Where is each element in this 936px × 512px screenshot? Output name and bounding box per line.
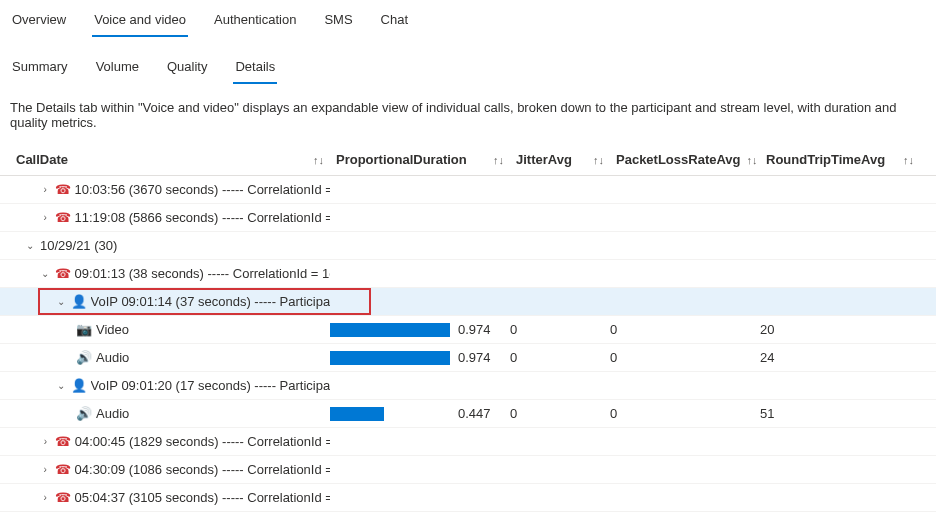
cell-value: 0.974 bbox=[458, 322, 491, 337]
chevron-down-icon[interactable]: ⌄ bbox=[56, 296, 67, 307]
table-row[interactable]: › ☎ 05:04:37 (3105 seconds) ----- Correl… bbox=[0, 484, 936, 512]
chevron-down-icon[interactable]: ⌄ bbox=[40, 268, 51, 279]
col-label: JitterAvg bbox=[516, 152, 572, 167]
duration-bar bbox=[330, 407, 450, 421]
tab-details[interactable]: Details bbox=[233, 53, 277, 84]
cell-value: 0 bbox=[610, 406, 760, 421]
phone-icon: ☎ bbox=[55, 462, 71, 477]
audio-icon: 🔊 bbox=[76, 350, 92, 365]
table-row[interactable]: 🔊 Audio 0.974 0 0 24 bbox=[0, 344, 936, 372]
row-label: 04:00:45 (1829 seconds) ----- Correlatio… bbox=[75, 434, 330, 449]
sort-icon[interactable]: ↑↓ bbox=[493, 154, 504, 166]
audio-icon: 🔊 bbox=[76, 406, 92, 421]
chevron-right-icon[interactable]: › bbox=[40, 492, 51, 503]
col-header-proportional-duration[interactable]: ProportionalDuration ↑↓ bbox=[330, 144, 510, 175]
col-header-packet-loss[interactable]: PacketLossRateAvg ↑↓ bbox=[610, 144, 760, 175]
phone-icon: ☎ bbox=[55, 434, 71, 449]
cell-value: 0 bbox=[510, 406, 610, 421]
row-label: 11:19:08 (5866 seconds) ----- Correlatio… bbox=[75, 210, 330, 225]
secondary-tabs: Summary Volume Quality Details bbox=[0, 37, 936, 84]
table-row[interactable]: › ☎ 04:00:45 (1829 seconds) ----- Correl… bbox=[0, 428, 936, 456]
tab-sms[interactable]: SMS bbox=[322, 6, 354, 37]
duration-bar bbox=[330, 351, 450, 365]
sort-icon[interactable]: ↑↓ bbox=[903, 154, 914, 166]
table-header: CallDate ↑↓ ProportionalDuration ↑↓ Jitt… bbox=[0, 144, 936, 176]
cell-value: 0 bbox=[510, 322, 610, 337]
phone-icon: ☎ bbox=[55, 182, 71, 197]
row-label: Video bbox=[96, 322, 129, 337]
cell-value: 0 bbox=[610, 350, 760, 365]
chevron-right-icon[interactable]: › bbox=[40, 436, 51, 447]
table-row[interactable]: ⌄ ☎ 09:01:13 (38 seconds) ----- Correlat… bbox=[0, 260, 936, 288]
chevron-down-icon[interactable]: ⌄ bbox=[56, 380, 67, 391]
person-icon: 👤 bbox=[71, 294, 87, 309]
col-label: PacketLossRateAvg bbox=[616, 152, 741, 167]
row-label: VoIP 09:01:20 (17 seconds) ----- Partici… bbox=[91, 378, 330, 393]
cell-value: 0 bbox=[610, 322, 760, 337]
table-row[interactable]: 📷 Video 0.974 0 0 20 bbox=[0, 316, 936, 344]
tab-volume[interactable]: Volume bbox=[94, 53, 141, 84]
cell-value: 20 bbox=[760, 322, 920, 337]
sort-icon[interactable]: ↑↓ bbox=[747, 154, 758, 166]
col-label: RoundTripTimeAvg bbox=[766, 152, 885, 167]
row-label: 04:30:09 (1086 seconds) ----- Correlatio… bbox=[75, 462, 330, 477]
tab-summary[interactable]: Summary bbox=[10, 53, 70, 84]
cell-value: 51 bbox=[760, 406, 920, 421]
description-text: The Details tab within "Voice and video"… bbox=[0, 84, 936, 144]
tab-quality[interactable]: Quality bbox=[165, 53, 209, 84]
table-row[interactable]: › ☎ 11:19:08 (5866 seconds) ----- Correl… bbox=[0, 204, 936, 232]
tab-overview[interactable]: Overview bbox=[10, 6, 68, 37]
row-label: 10:03:56 (3670 seconds) ----- Correlatio… bbox=[75, 182, 330, 197]
table-row[interactable]: › ☎ 10:03:56 (3670 seconds) ----- Correl… bbox=[0, 176, 936, 204]
sort-icon[interactable]: ↑↓ bbox=[593, 154, 604, 166]
col-header-jitter-avg[interactable]: JitterAvg ↑↓ bbox=[510, 144, 610, 175]
cell-value: 0 bbox=[510, 350, 610, 365]
cell-value: 24 bbox=[760, 350, 920, 365]
duration-bar bbox=[330, 323, 450, 337]
tab-authentication[interactable]: Authentication bbox=[212, 6, 298, 37]
row-label: 05:04:37 (3105 seconds) ----- Correlatio… bbox=[75, 490, 330, 505]
col-label: CallDate bbox=[16, 152, 68, 167]
tab-voice-video[interactable]: Voice and video bbox=[92, 6, 188, 37]
table-row-selected[interactable]: ⌄ 👤 VoIP 09:01:14 (37 seconds) ----- Par… bbox=[0, 288, 936, 316]
data-table: › ☎ 10:03:56 (3670 seconds) ----- Correl… bbox=[0, 176, 936, 512]
person-icon: 👤 bbox=[71, 378, 87, 393]
row-label: 09:01:13 (38 seconds) ----- CorrelationI… bbox=[75, 266, 330, 281]
table-row[interactable]: ⌄ 👤 VoIP 09:01:20 (17 seconds) ----- Par… bbox=[0, 372, 936, 400]
phone-icon: ☎ bbox=[55, 490, 71, 505]
chevron-right-icon[interactable]: › bbox=[40, 184, 51, 195]
phone-icon: ☎ bbox=[55, 210, 71, 225]
sort-icon[interactable]: ↑↓ bbox=[313, 154, 324, 166]
table-row[interactable]: › ☎ 04:30:09 (1086 seconds) ----- Correl… bbox=[0, 456, 936, 484]
table-row[interactable]: ⌄ 10/29/21 (30) bbox=[0, 232, 936, 260]
tab-chat[interactable]: Chat bbox=[379, 6, 410, 37]
chevron-right-icon[interactable]: › bbox=[40, 212, 51, 223]
row-label: 10/29/21 (30) bbox=[40, 238, 117, 253]
video-icon: 📷 bbox=[76, 322, 92, 337]
phone-icon: ☎ bbox=[55, 266, 71, 281]
chevron-right-icon[interactable]: › bbox=[40, 464, 51, 475]
cell-value: 0.974 bbox=[458, 350, 491, 365]
row-label: VoIP 09:01:14 (37 seconds) ----- Partici… bbox=[91, 294, 330, 309]
primary-tabs: Overview Voice and video Authentication … bbox=[0, 0, 936, 37]
table-row[interactable]: 🔊 Audio 0.447 0 0 51 bbox=[0, 400, 936, 428]
cell-value: 0.447 bbox=[458, 406, 491, 421]
col-header-rtt[interactable]: RoundTripTimeAvg ↑↓ bbox=[760, 144, 920, 175]
col-header-calldate[interactable]: CallDate ↑↓ bbox=[10, 144, 330, 175]
row-label: Audio bbox=[96, 350, 129, 365]
row-label: Audio bbox=[96, 406, 129, 421]
col-label: ProportionalDuration bbox=[336, 152, 467, 167]
chevron-down-icon[interactable]: ⌄ bbox=[24, 240, 36, 251]
